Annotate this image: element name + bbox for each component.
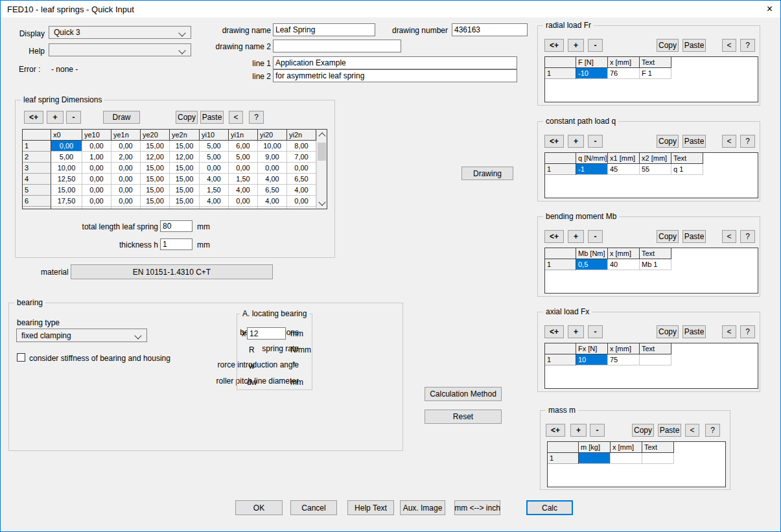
bearing-x-input[interactable] bbox=[247, 327, 286, 340]
panel-paste-button[interactable]: Paste bbox=[682, 325, 706, 338]
panel-cell[interactable]: 10 bbox=[576, 354, 608, 365]
panel-cell[interactable]: -10 bbox=[576, 68, 608, 79]
dim-cell[interactable]: 0,00 bbox=[287, 163, 316, 174]
dim-cell[interactable]: 8,00 bbox=[287, 141, 316, 152]
panel-cell[interactable]: 75 bbox=[608, 354, 640, 365]
thickness-input[interactable] bbox=[160, 238, 192, 250]
dim-back-button[interactable]: < bbox=[229, 111, 243, 124]
line2-input[interactable] bbox=[273, 69, 517, 82]
panel-back-button[interactable]: < bbox=[722, 39, 736, 52]
panel-remove-button[interactable]: - bbox=[588, 39, 603, 52]
panel-cell[interactable] bbox=[611, 453, 642, 464]
dim-cell[interactable]: 15,00 bbox=[170, 141, 200, 152]
dim-cell[interactable]: 0,00 bbox=[82, 207, 111, 209]
dim-cell[interactable]: 0,00 bbox=[111, 141, 141, 152]
calculation-method-button[interactable]: Calculation Method bbox=[425, 387, 502, 401]
panel-help-button[interactable]: ? bbox=[740, 230, 755, 243]
help-select[interactable] bbox=[49, 43, 191, 56]
dim-cell[interactable]: 0,00 bbox=[82, 185, 111, 196]
dim-cell[interactable]: 25,00 bbox=[51, 207, 82, 209]
dim-cell[interactable]: 6,50 bbox=[258, 185, 287, 196]
dim-cell[interactable]: 1,00 bbox=[82, 152, 111, 163]
dim-cell[interactable]: 0,00 bbox=[82, 141, 111, 152]
scrollbar-thumb[interactable] bbox=[318, 143, 326, 161]
panel-prepend-button[interactable]: <+ bbox=[544, 230, 564, 243]
panel-prepend-button[interactable]: <+ bbox=[544, 135, 564, 148]
panel-add-button[interactable]: + bbox=[568, 230, 584, 243]
panel-back-button[interactable]: < bbox=[722, 325, 736, 338]
dim-add-button[interactable]: + bbox=[47, 111, 64, 124]
dim-cell[interactable]: 4,00 bbox=[287, 185, 316, 196]
dim-cell[interactable]: 15,00 bbox=[170, 174, 200, 185]
panel-copy-button[interactable]: Copy bbox=[657, 325, 679, 338]
dim-cell[interactable]: 12,00 bbox=[170, 152, 200, 163]
panel-cell[interactable]: q 1 bbox=[671, 164, 703, 175]
dim-cell[interactable]: 5,00 bbox=[229, 152, 258, 163]
panel-copy-button[interactable]: Copy bbox=[632, 424, 654, 437]
dim-copy-button[interactable]: Copy bbox=[176, 111, 198, 124]
dim-cell[interactable]: 0,00 bbox=[258, 163, 287, 174]
help-text-button[interactable]: Help Text bbox=[347, 500, 394, 515]
panel-add-button[interactable]: + bbox=[570, 424, 587, 437]
line1-input[interactable] bbox=[273, 56, 517, 69]
panel-back-button[interactable]: < bbox=[722, 230, 736, 243]
dim-cell[interactable]: 0,00 bbox=[111, 174, 141, 185]
panel-cell[interactable]: 45 bbox=[608, 164, 640, 175]
dim-paste-button[interactable]: Paste bbox=[200, 111, 224, 124]
dim-cell[interactable]: 1,50 bbox=[200, 185, 229, 196]
dim-cell[interactable]: 0,00 bbox=[258, 207, 287, 209]
dim-cell[interactable]: 4,00 bbox=[200, 196, 229, 207]
panel-prepend-button[interactable]: <+ bbox=[544, 325, 564, 338]
dim-cell[interactable]: 6,00 bbox=[229, 141, 258, 152]
dim-prepend-button[interactable]: <+ bbox=[24, 111, 43, 124]
panel-copy-button[interactable]: Copy bbox=[657, 135, 679, 148]
dim-cell[interactable]: 15,00 bbox=[170, 185, 200, 196]
dim-cell[interactable]: 12,50 bbox=[51, 174, 82, 185]
cancel-button[interactable]: Cancel bbox=[290, 500, 337, 515]
dim-cell[interactable]: 15,00 bbox=[141, 185, 170, 196]
panel-cell[interactable]: 76 bbox=[608, 68, 640, 79]
panel-cell[interactable]: 40 bbox=[608, 259, 640, 270]
ok-button[interactable]: OK bbox=[235, 500, 283, 515]
bearing-type-select[interactable]: fixed clamping bbox=[16, 329, 147, 342]
dim-cell[interactable]: 15,00 bbox=[51, 185, 82, 196]
dim-cell[interactable]: 0,00 bbox=[111, 196, 141, 207]
drawing-number-input[interactable] bbox=[452, 23, 528, 36]
panel-cell[interactable]: Mb 1 bbox=[640, 259, 671, 270]
panel-help-button[interactable]: ? bbox=[740, 135, 755, 148]
aux-image-button[interactable]: Aux. Image bbox=[400, 500, 445, 515]
panel-help-button[interactable]: ? bbox=[740, 39, 755, 52]
dim-cell[interactable]: 0,00 bbox=[51, 141, 82, 152]
dim-cell[interactable]: 9,00 bbox=[258, 152, 287, 163]
scroll-down-icon[interactable] bbox=[318, 198, 325, 205]
dim-cell[interactable]: 1,50 bbox=[229, 174, 258, 185]
drawing-button[interactable]: Drawing bbox=[461, 167, 513, 180]
panel-paste-button[interactable]: Paste bbox=[682, 230, 706, 243]
dim-cell[interactable]: 15,00 bbox=[141, 163, 170, 174]
panel-prepend-button[interactable]: <+ bbox=[544, 39, 564, 52]
panel-add-button[interactable]: + bbox=[568, 39, 584, 52]
panel-paste-button[interactable]: Paste bbox=[658, 424, 681, 437]
panel-paste-button[interactable]: Paste bbox=[682, 39, 706, 52]
close-icon[interactable]: × bbox=[767, 3, 773, 16]
panel-paste-button[interactable]: Paste bbox=[682, 135, 706, 148]
dim-cell[interactable]: 2,00 bbox=[111, 152, 141, 163]
dim-cell[interactable]: 10,00 bbox=[258, 141, 287, 152]
dim-cell[interactable]: 0,00 bbox=[111, 163, 141, 174]
dim-cell[interactable]: 5,00 bbox=[200, 152, 229, 163]
dim-cell[interactable]: 0,00 bbox=[82, 196, 111, 207]
panel-remove-button[interactable]: - bbox=[588, 135, 603, 148]
dim-cell[interactable]: 17,50 bbox=[51, 196, 82, 207]
panel-cell[interactable]: 55 bbox=[640, 164, 671, 175]
dim-cell[interactable]: 0,00 bbox=[229, 163, 258, 174]
panel-cell[interactable] bbox=[579, 453, 611, 464]
scroll-up-icon[interactable] bbox=[318, 132, 325, 139]
dim-cell[interactable]: 15,00 bbox=[170, 163, 200, 174]
panel-add-button[interactable]: + bbox=[568, 325, 584, 338]
panel-copy-button[interactable]: Copy bbox=[657, 39, 679, 52]
panel-remove-button[interactable]: - bbox=[588, 230, 603, 243]
panel-cell[interactable]: 0,5 bbox=[576, 259, 608, 270]
panel-prepend-button[interactable]: <+ bbox=[546, 424, 565, 437]
panel-cell[interactable]: F 1 bbox=[640, 68, 671, 79]
dim-cell[interactable]: 4,00 bbox=[229, 185, 258, 196]
